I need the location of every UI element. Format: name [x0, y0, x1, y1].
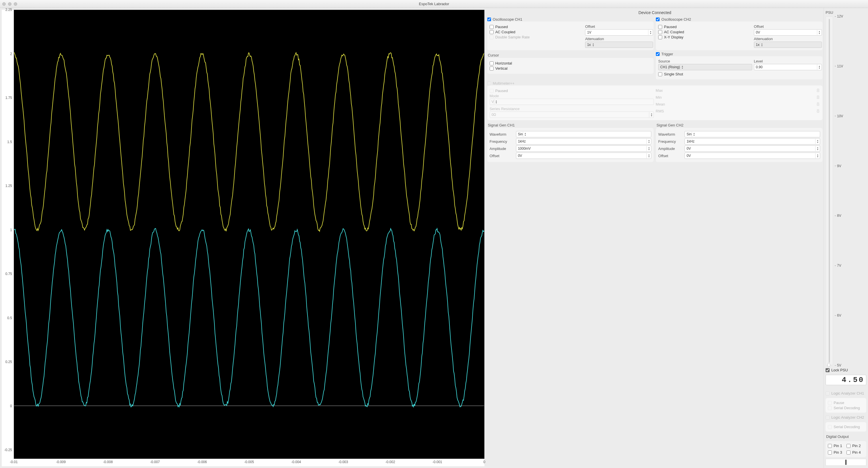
trigger-title: Trigger: [661, 52, 673, 56]
mm-min-value: 8: [739, 95, 820, 100]
trigger-enable[interactable]: Trigger: [656, 52, 823, 56]
cursor-horizontal[interactable]: Horizontal: [490, 61, 652, 65]
scope-ch1-enable[interactable]: Oscilloscope CH1: [487, 17, 654, 22]
siggen-ch1-title: Signal Gen CH1: [488, 123, 654, 127]
multimeter-checkbox: [487, 82, 491, 85]
mm-rms-value: 8: [739, 108, 820, 114]
ch1-atten-label: Attenuation: [585, 37, 653, 41]
stepper-icon[interactable]: ▲▼: [646, 139, 650, 144]
stepper-icon[interactable]: ▲▼: [648, 30, 652, 35]
ch2-atten-select[interactable]: 1x▲▼: [754, 41, 822, 48]
trigger-source-select[interactable]: CH1 (Rising)▲▼: [658, 64, 752, 70]
psu-scale: 12V11V10V9V8V7V6V5V: [835, 16, 866, 365]
mm-mean-value: 8: [739, 101, 820, 107]
siggen-ch2-title: Signal Gen CH2: [656, 123, 823, 127]
ch2-xy-display[interactable]: X-Y Display: [658, 35, 752, 39]
ch2-offset-label: Offset: [754, 24, 822, 29]
ch2-atten-label: Attenuation: [754, 37, 822, 41]
updown-icon[interactable]: ▲▼: [760, 42, 764, 47]
ch1-offset-label: Offset: [585, 24, 653, 29]
updown-icon[interactable]: ▲▼: [523, 131, 527, 137]
ch1-offset-input[interactable]: 1V▲▼: [585, 29, 653, 35]
cursor-vertical[interactable]: Vertical: [490, 66, 652, 70]
stepper-icon[interactable]: ▲▼: [817, 64, 821, 70]
mm-mean-label: Mean: [656, 102, 737, 107]
la-ch1-pause: Pause: [828, 401, 864, 405]
chart-area[interactable]: [14, 10, 485, 459]
ch2-paused[interactable]: Paused: [658, 25, 752, 29]
ch2-offset-input[interactable]: 0V▲▼: [754, 29, 822, 35]
psu-title: PSU: [826, 10, 866, 14]
sg1-waveform-select[interactable]: Sin▲▼: [516, 131, 652, 137]
la-ch1-enable: Logic Analyzer CH1: [826, 391, 866, 396]
x-axis: -0.01-0.009-0.008-0.007-0.006-0.005-0.00…: [2, 459, 485, 466]
title-bar: EspoTek Labrador: [0, 0, 868, 8]
sg2-offset-input[interactable]: 0V▲▼: [685, 152, 820, 159]
multimeter-title: Multimeter++: [493, 81, 515, 85]
digital-output-preview: [826, 459, 866, 466]
window-title: EspoTek Labrador: [0, 2, 868, 6]
psu-lcd: 4.50: [826, 375, 866, 385]
mm-mode-label: Mode: [490, 94, 654, 98]
lock-psu[interactable]: Lock PSU: [826, 368, 866, 372]
mm-max-value: 8: [739, 88, 820, 93]
mm-rms-label: RMS: [656, 109, 737, 114]
y-axis: -0.2500.250.50.7511.251.51.7522.25: [2, 10, 14, 459]
digital-output-title: Digital Output: [826, 434, 866, 439]
mm-series-input: 0Ω▲▼: [490, 112, 654, 118]
scope-ch2-title: Oscilloscope CH2: [661, 17, 691, 22]
cursor-title: Cursor: [488, 53, 654, 57]
sg2-amp-input[interactable]: 0V▲▼: [685, 145, 820, 152]
ch2-ac-coupled[interactable]: AC Coupled: [658, 30, 752, 34]
ch1-ac-coupled[interactable]: AC Coupled: [490, 30, 584, 34]
trigger-single-shot[interactable]: Single Shot: [658, 72, 752, 76]
trigger-source-label: Source: [658, 59, 752, 63]
sg1-freq-input[interactable]: 1kHz▲▼: [516, 138, 652, 145]
ch1-paused[interactable]: Paused: [490, 25, 584, 29]
mm-min-label: Min: [656, 95, 737, 100]
stepper-icon[interactable]: ▲▼: [815, 146, 819, 151]
mm-max-label: Max: [656, 88, 737, 93]
oscilloscope-plot[interactable]: -0.2500.250.50.7511.251.51.7522.25 -0.01…: [0, 8, 486, 468]
updown-icon[interactable]: ▲▼: [680, 64, 684, 70]
scope-ch1-checkbox[interactable]: [487, 18, 491, 21]
scope-ch2-checkbox[interactable]: [656, 18, 660, 21]
la-ch2-enable: Logic Analyzer CH2: [826, 415, 866, 419]
pin-3[interactable]: Pin 3: [828, 450, 845, 455]
stepper-icon[interactable]: ▲▼: [646, 153, 650, 158]
trigger-level-input[interactable]: 0.90▲▼: [754, 64, 822, 70]
sg1-amp-input[interactable]: 1000mV▲▼: [516, 145, 652, 152]
sg1-offset-input[interactable]: 0V▲▼: [516, 152, 652, 159]
stepper-icon[interactable]: ▲▼: [646, 146, 650, 151]
mm-mode-select: V▲▼: [490, 99, 654, 105]
updown-icon[interactable]: ▲▼: [591, 42, 595, 47]
mm-series-label: Series Resistance: [490, 107, 654, 111]
stepper-icon[interactable]: ▲▼: [815, 153, 819, 158]
updown-icon[interactable]: ▲▼: [692, 131, 696, 137]
sg2-waveform-select[interactable]: Sin▲▼: [685, 131, 820, 137]
scope-ch2-enable[interactable]: Oscilloscope CH2: [656, 17, 823, 22]
stepper-icon: ▲▼: [649, 112, 653, 117]
sg2-freq-input[interactable]: 1kHz▲▼: [685, 138, 820, 145]
pin-1[interactable]: Pin 1: [828, 444, 845, 448]
trigger-level-label: Level: [754, 59, 822, 63]
ch1-atten-select[interactable]: 1x▲▼: [585, 41, 653, 48]
scope-ch1-title: Oscilloscope CH1: [493, 17, 522, 22]
ch1-double-sample-rate: Double Sample Rate: [490, 35, 584, 39]
psu-slider[interactable]: [826, 16, 833, 365]
multimeter-enable[interactable]: Multimeter++: [487, 81, 823, 85]
pin-4[interactable]: Pin 4: [846, 450, 864, 455]
la-ch2-serial: Serial Decoding: [828, 425, 864, 429]
mm-paused: Paused: [490, 89, 654, 93]
psu-slider-thumb[interactable]: [828, 363, 831, 367]
updown-icon: ▲▼: [494, 99, 498, 105]
pin-2[interactable]: Pin 2: [846, 444, 864, 448]
la-ch1-serial: Serial Decoding: [828, 406, 864, 410]
trigger-checkbox[interactable]: [656, 52, 660, 56]
stepper-icon[interactable]: ▲▼: [817, 30, 821, 35]
device-status: Device Connected: [487, 10, 823, 15]
stepper-icon[interactable]: ▲▼: [815, 139, 819, 144]
